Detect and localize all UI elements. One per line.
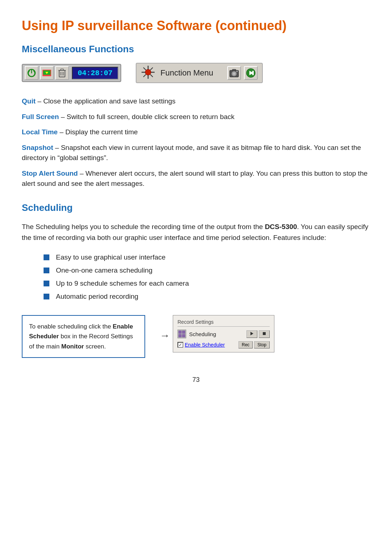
bullet-list: Easy to use graphical user interface One… xyxy=(44,253,370,301)
toolbar: 04:28:07 Function Menu xyxy=(22,63,370,83)
function-menu-icon xyxy=(141,65,155,81)
snapshot-button[interactable] xyxy=(227,66,241,80)
snapshot-description: Snapshot – Snapshot each view in current… xyxy=(22,143,370,163)
localtime-description: Local Time – Display the current time xyxy=(22,127,370,138)
scheduling-heading: Scheduling xyxy=(22,202,370,213)
svg-rect-32 xyxy=(263,332,266,335)
svg-rect-27 xyxy=(179,331,181,334)
bullet-item-4: Automatic period recording xyxy=(44,293,370,301)
scheduling-section: Scheduling The Scheduling helps you to s… xyxy=(22,202,370,358)
checkbox-icon: ✓ xyxy=(177,342,183,348)
bullet-text-3: Up to 9 schedule schemes for each camera xyxy=(56,279,189,287)
svg-rect-28 xyxy=(182,331,185,334)
snapshot-term: Snapshot xyxy=(22,144,53,151)
bullet-icon-3 xyxy=(44,281,49,286)
descriptions: Quit – Close the application and save la… xyxy=(22,96,370,189)
scheduling-label: Scheduling xyxy=(189,331,244,337)
svg-rect-6 xyxy=(61,69,64,70)
enable-scheduler-box: To enable scheduling click the Enable Sc… xyxy=(22,315,145,358)
misc-functions-heading: Miscellaneous Functions xyxy=(22,44,370,55)
bottom-section: To enable scheduling click the Enable Sc… xyxy=(22,315,370,358)
svg-rect-30 xyxy=(182,334,185,337)
rec-button-2[interactable]: Rec xyxy=(238,341,253,348)
bullet-icon-2 xyxy=(44,268,49,273)
page-number: 73 xyxy=(22,376,370,384)
svg-rect-26 xyxy=(252,71,254,75)
quit-term: Quit xyxy=(22,97,36,105)
svg-rect-23 xyxy=(236,71,238,72)
svg-line-15 xyxy=(143,68,146,70)
svg-line-16 xyxy=(150,74,153,77)
stop-button-2[interactable]: Stop xyxy=(254,341,270,348)
svg-line-18 xyxy=(143,74,146,77)
record-settings-box: Record Settings Scheduling xyxy=(173,315,274,352)
rec-stop-buttons-2: Rec Stop xyxy=(238,341,270,348)
enable-scheduler-row: ✓ Enable Scheduler Rec Stop xyxy=(177,341,270,348)
toolbar-left: 04:28:07 xyxy=(22,64,121,82)
function-menu-toolbar: Function Menu xyxy=(136,63,263,83)
time-display: 04:28:07 xyxy=(72,67,118,79)
page-title: Using IP surveillance Software (continue… xyxy=(22,18,370,33)
misc-functions-section: Miscellaneous Functions xyxy=(22,44,370,189)
bullet-item-3: Up to 9 schedule schemes for each camera xyxy=(44,279,370,287)
fullscreen-term: Full Screen xyxy=(22,113,59,121)
bullet-icon-1 xyxy=(44,254,49,260)
arrow-connector: → xyxy=(160,330,170,342)
fullscreen-button[interactable] xyxy=(40,66,54,80)
stop-button[interactable] xyxy=(259,330,270,338)
record-settings-title: Record Settings xyxy=(177,319,270,327)
svg-rect-22 xyxy=(232,69,236,71)
bullet-text-4: Automatic period recording xyxy=(56,293,138,301)
scheduling-grid-icon xyxy=(177,330,186,338)
quit-description: Quit – Close the application and save la… xyxy=(22,96,370,107)
localtime-term: Local Time xyxy=(22,128,58,136)
svg-line-17 xyxy=(150,68,153,70)
bullet-text-1: Easy to use graphical user interface xyxy=(56,253,166,261)
stopalert-description: Stop Alert Sound – Whenever alert occurs… xyxy=(22,168,370,189)
bullet-item-2: One-on-one camera scheduling xyxy=(44,266,370,274)
function-menu-label: Function Menu xyxy=(160,68,213,78)
enable-scheduler-label: Enable Scheduler xyxy=(185,342,225,348)
svg-point-21 xyxy=(233,72,236,75)
stopalert-term: Stop Alert Sound xyxy=(22,170,78,177)
bullet-text-2: One-on-one camera scheduling xyxy=(56,266,152,274)
svg-rect-29 xyxy=(179,334,181,337)
quit-button[interactable] xyxy=(25,66,38,80)
bullet-item-1: Easy to use graphical user interface xyxy=(44,253,370,261)
fullscreen-description: Full Screen – Switch to full screen, dou… xyxy=(22,112,370,122)
stop-alert-button[interactable] xyxy=(244,66,258,80)
bullet-icon-4 xyxy=(44,294,49,299)
scheduling-intro: The Scheduling helps you to schedule the… xyxy=(22,221,370,244)
svg-marker-31 xyxy=(250,332,253,335)
svg-point-10 xyxy=(145,69,151,75)
enable-scheduler-checkbox[interactable]: ✓ Enable Scheduler xyxy=(177,342,225,348)
rec-button[interactable] xyxy=(246,330,257,338)
delete-button[interactable] xyxy=(55,66,69,80)
rec-stop-buttons xyxy=(246,330,270,338)
scheduling-row: Scheduling xyxy=(177,330,270,338)
